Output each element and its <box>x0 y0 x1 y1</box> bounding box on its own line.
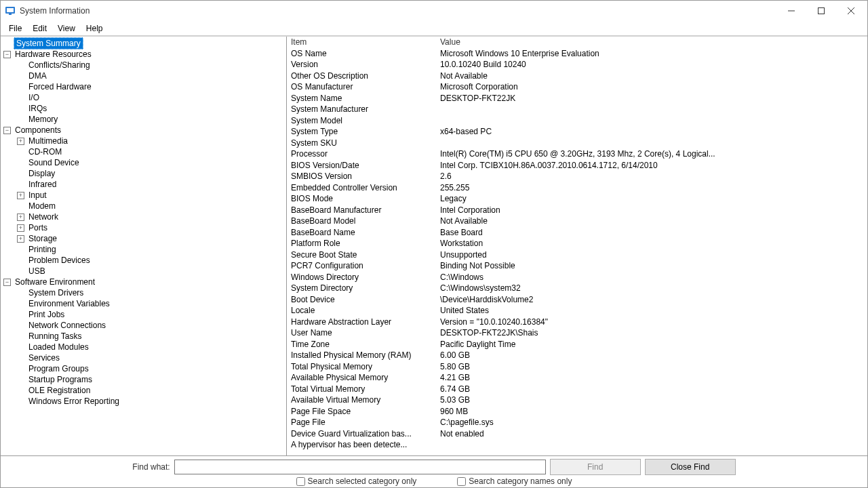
tree-item[interactable]: Startup Programs <box>1 374 286 385</box>
find-input[interactable] <box>174 460 546 474</box>
tree-item[interactable]: Modem <box>1 201 286 211</box>
tree-toggle-icon[interactable]: − <box>3 127 11 134</box>
tree-software-environment[interactable]: −Software Environment <box>1 277 286 287</box>
detail-row[interactable]: PCR7 ConfigurationBinding Not Possible <box>287 260 867 272</box>
tree-item[interactable]: Services <box>1 352 286 363</box>
maximize-button[interactable] <box>806 1 836 20</box>
tree-toggle-icon[interactable]: + <box>17 235 24 243</box>
detail-row[interactable]: Platform RoleWorkstation <box>287 238 867 249</box>
detail-row[interactable]: Hardware Abstraction LayerVersion = "10.… <box>287 317 867 328</box>
detail-row[interactable]: Embedded Controller Version255.255 <box>287 182 867 194</box>
detail-row[interactable]: Secure Boot StateUnsupported <box>287 249 867 261</box>
detail-row[interactable]: BaseBoard NameBase Board <box>287 227 867 239</box>
find-bar: Find what: Find Close Find Search select… <box>1 455 867 487</box>
detail-row[interactable]: Available Physical Memory4.21 GB <box>287 372 867 384</box>
tree-toggle-icon[interactable]: + <box>17 192 24 199</box>
tree-item[interactable]: IRQs <box>1 103 286 114</box>
tree-system-summary[interactable]: System Summary <box>1 38 286 49</box>
detail-row[interactable]: System Manufacturer <box>287 104 867 115</box>
detail-row[interactable]: Other OS DescriptionNot Available <box>287 70 867 82</box>
tree-hardware-resources[interactable]: −Hardware Resources <box>1 49 286 60</box>
detail-row[interactable]: BIOS Version/DateIntel Corp. TCIBX10H.86… <box>287 160 867 171</box>
column-header-row[interactable]: ItemValue <box>287 37 867 48</box>
tree-network[interactable]: +Network <box>1 211 286 222</box>
tree-item[interactable]: OLE Registration <box>1 385 286 396</box>
detail-row[interactable]: Time ZonePacific Daylight Time <box>287 339 867 350</box>
tree-toggle-icon[interactable]: + <box>17 138 24 145</box>
detail-row[interactable]: Page File Space960 MB <box>287 406 867 418</box>
detail-row[interactable]: Total Physical Memory5.80 GB <box>287 361 867 373</box>
detail-list[interactable]: ItemValueOS NameMicrosoft Windows 10 Ent… <box>287 37 867 455</box>
detail-row[interactable]: Version10.0.10240 Build 10240 <box>287 59 867 70</box>
close-button[interactable] <box>836 1 866 20</box>
tree-item[interactable]: Windows Error Reporting <box>1 396 286 407</box>
tree-components[interactable]: −Components <box>1 125 286 136</box>
tree-toggle-icon[interactable]: + <box>17 224 24 232</box>
detail-row[interactable]: Device Guard Virtualization bas...Not en… <box>287 428 867 440</box>
detail-row[interactable]: BaseBoard ModelNot Available <box>287 216 867 227</box>
minimize-button[interactable] <box>776 1 806 20</box>
tree-label: Environment Variables <box>27 298 111 309</box>
detail-row[interactable]: Boot Device\Device\HarddiskVolume2 <box>287 294 867 306</box>
detail-row[interactable]: BIOS ModeLegacy <box>287 193 867 205</box>
detail-row[interactable]: System DirectoryC:\Windows\system32 <box>287 283 867 294</box>
tree-item[interactable]: Program Groups <box>1 363 286 374</box>
tree-item[interactable]: Running Tasks <box>1 331 286 342</box>
tree-item[interactable]: Printing <box>1 244 286 255</box>
tree-toggle-icon[interactable]: + <box>17 214 24 221</box>
detail-value: DESKTOP-FKT22JK <box>440 93 867 104</box>
detail-row[interactable]: OS ManufacturerMicrosoft Corporation <box>287 81 867 93</box>
menu-file[interactable]: File <box>3 22 27 35</box>
search-selected-only-option[interactable]: Search selected category only <box>296 476 417 486</box>
detail-row[interactable]: A hypervisor has been detecte... <box>287 439 867 451</box>
tree-item[interactable]: Environment Variables <box>1 298 286 309</box>
detail-row[interactable]: BaseBoard ManufacturerIntel Corporation <box>287 205 867 216</box>
detail-row[interactable]: OS NameMicrosoft Windows 10 Enterprise E… <box>287 48 867 60</box>
tree-item[interactable]: Network Connections <box>1 320 286 331</box>
tree-multimedia[interactable]: +Multimedia <box>1 136 286 146</box>
tree-item[interactable]: DMA <box>1 70 286 81</box>
search-names-only-option[interactable]: Search category names only <box>457 476 572 486</box>
menu-help[interactable]: Help <box>81 22 108 35</box>
detail-row[interactable]: Page FileC:\pagefile.sys <box>287 417 867 428</box>
menu-view[interactable]: View <box>52 22 81 35</box>
tree-item[interactable]: Memory <box>1 114 286 125</box>
tree-item[interactable]: Display <box>1 168 286 179</box>
detail-row[interactable]: System Model <box>287 115 867 127</box>
tree-ports[interactable]: +Ports <box>1 222 286 233</box>
content-area: System Summary−Hardware ResourcesConflic… <box>1 36 867 455</box>
detail-row[interactable]: LocaleUnited States <box>287 305 867 317</box>
tree-item[interactable]: Problem Devices <box>1 255 286 266</box>
tree-item[interactable]: I/O <box>1 92 286 103</box>
tree-toggle-icon[interactable]: − <box>3 279 11 286</box>
close-find-button[interactable]: Close Find <box>645 459 736 475</box>
detail-row[interactable]: Available Virtual Memory5.03 GB <box>287 394 867 406</box>
tree-toggle-icon[interactable]: − <box>3 51 11 58</box>
search-names-only-checkbox[interactable] <box>457 477 466 486</box>
tree-item[interactable]: CD-ROM <box>1 146 286 157</box>
tree-item[interactable]: System Drivers <box>1 287 286 298</box>
detail-row[interactable]: SMBIOS Version2.6 <box>287 171 867 182</box>
tree-item[interactable]: Loaded Modules <box>1 342 286 352</box>
detail-row[interactable]: Installed Physical Memory (RAM)6.00 GB <box>287 350 867 361</box>
detail-row[interactable]: System Typex64-based PC <box>287 126 867 138</box>
detail-row[interactable]: Total Virtual Memory6.74 GB <box>287 384 867 395</box>
tree-item[interactable]: Conflicts/Sharing <box>1 60 286 70</box>
tree-input[interactable]: +Input <box>1 190 286 201</box>
menu-edit[interactable]: Edit <box>27 22 52 35</box>
category-tree[interactable]: System Summary−Hardware ResourcesConflic… <box>1 37 287 455</box>
search-selected-only-checkbox[interactable] <box>296 477 305 486</box>
find-button[interactable]: Find <box>550 459 641 475</box>
tree-item[interactable]: Print Jobs <box>1 309 286 320</box>
detail-row[interactable]: System SKU <box>287 138 867 149</box>
detail-row[interactable]: User NameDESKTOP-FKT22JK\Shais <box>287 327 867 339</box>
tree-storage[interactable]: +Storage <box>1 233 286 244</box>
detail-row[interactable]: Windows DirectoryC:\Windows <box>287 272 867 283</box>
tree-item[interactable]: Forced Hardware <box>1 81 286 92</box>
tree-item[interactable]: Sound Device <box>1 157 286 168</box>
tree-item[interactable]: Infrared <box>1 179 286 190</box>
detail-item: Total Virtual Memory <box>291 384 440 395</box>
detail-row[interactable]: System NameDESKTOP-FKT22JK <box>287 93 867 104</box>
detail-row[interactable]: ProcessorIntel(R) Core(TM) i5 CPU 650 @ … <box>287 148 867 160</box>
tree-item[interactable]: USB <box>1 266 286 277</box>
